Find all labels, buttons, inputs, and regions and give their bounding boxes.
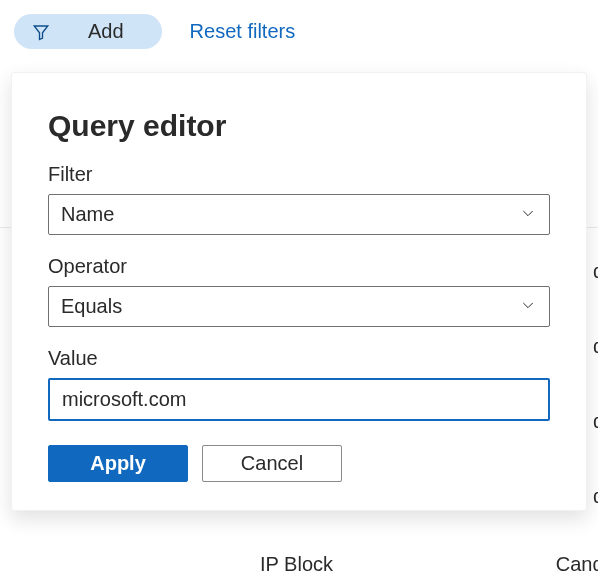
operator-label: Operator: [48, 255, 550, 278]
cancel-button[interactable]: Cancel: [202, 445, 342, 482]
background-cell: d: [593, 260, 598, 283]
value-label: Value: [48, 347, 550, 370]
background-cell: d: [593, 335, 598, 358]
value-field-group: Value: [48, 347, 550, 421]
add-filter-label: Add: [88, 20, 124, 43]
filter-toolbar: Add Reset filters: [0, 0, 598, 49]
query-editor-panel: Query editor Filter Name Operator Equals…: [11, 72, 587, 511]
background-candi: Candi: [556, 553, 598, 576]
background-cell: d: [593, 485, 598, 508]
background-ipblock: IP Block: [260, 553, 333, 576]
filter-field-group: Filter Name: [48, 163, 550, 235]
operator-select[interactable]: Equals: [48, 286, 550, 327]
value-input[interactable]: [48, 378, 550, 421]
add-filter-button[interactable]: Add: [14, 14, 162, 49]
filter-label: Filter: [48, 163, 550, 186]
background-cell: d: [593, 410, 598, 433]
filter-select[interactable]: Name: [48, 194, 550, 235]
apply-button[interactable]: Apply: [48, 445, 188, 482]
panel-button-row: Apply Cancel: [48, 445, 550, 482]
reset-filters-link[interactable]: Reset filters: [190, 20, 296, 43]
panel-title: Query editor: [48, 109, 550, 143]
operator-field-group: Operator Equals: [48, 255, 550, 327]
filter-icon: [32, 23, 50, 41]
